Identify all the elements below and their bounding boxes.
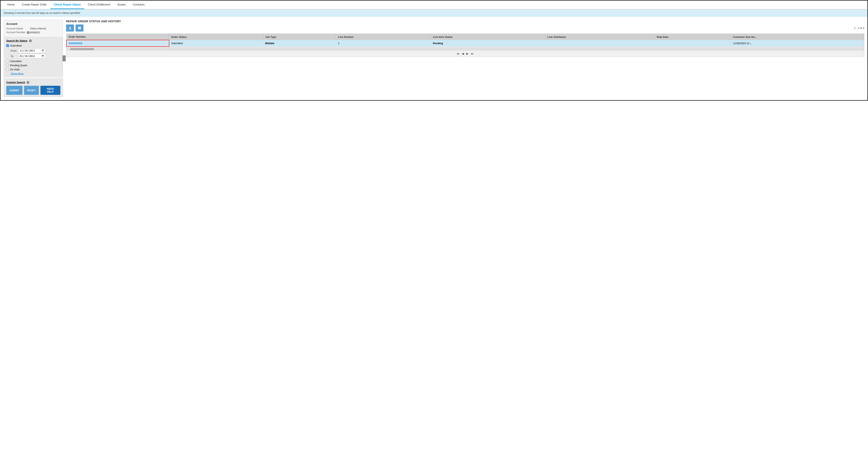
cancelled-label: Cancelled: [10, 60, 22, 63]
table-header-row: Order Number Order Status Job Type Line …: [66, 34, 864, 40]
cancelled-checkbox-row: Cancelled: [6, 60, 60, 63]
columns-icon: [78, 26, 81, 30]
cell-line-number: 1: [336, 40, 431, 46]
pagination-first-button[interactable]: ⏮: [457, 52, 460, 55]
search-status-info-icon[interactable]: i: [29, 39, 32, 42]
custom-search-info-icon[interactable]: i: [27, 81, 29, 84]
account-name-label: Account Name: [6, 27, 30, 30]
table-body: XXXXXXXX Submitted Billable 1 Pending 11…: [66, 40, 864, 46]
action-button-row: SUBMIT RESET NEED HELP: [6, 86, 60, 95]
section-title: REPAIR ORDER STATUS AND HISTORY: [66, 20, 121, 23]
svg-rect-3: [80, 27, 81, 29]
account-number-label: Account Number i: [6, 31, 30, 34]
pending-quote-checkbox[interactable]: [6, 64, 9, 67]
account-header: Account: [6, 22, 60, 26]
nav-tab-assets[interactable]: Assets: [114, 1, 129, 9]
pagination-last-button[interactable]: ⏭: [471, 52, 474, 55]
submitted-label: Submitted: [10, 44, 22, 47]
horizontal-scrollbar[interactable]: [66, 47, 864, 51]
account-name-row: Account Name Zebra Internal: [6, 27, 60, 30]
table-header: Order Number Order Status Job Type Line …: [66, 34, 864, 40]
col-line-substatus: Line SubStatus: [546, 34, 655, 40]
cancelled-checkbox[interactable]: [6, 60, 9, 63]
to-date-input[interactable]: [18, 54, 46, 59]
submit-button[interactable]: SUBMIT: [6, 86, 23, 95]
svg-rect-1: [78, 27, 79, 29]
left-panel: Account Account Name Zebra Internal Acco…: [4, 20, 63, 97]
submitted-checkbox[interactable]: [6, 44, 9, 47]
cell-ship-date: [655, 40, 731, 46]
search-by-status-section: Search By Status i Submitted From To: [4, 37, 63, 77]
info-banner: Showing 3 records from last 90 days as n…: [1, 9, 867, 17]
custom-search-section: Custom Search i SUBMIT RESET NEED HELP: [4, 79, 63, 97]
pagination-prev-button[interactable]: ◀: [462, 52, 464, 55]
pagination-next-button[interactable]: ▶: [466, 52, 468, 55]
reset-button[interactable]: RESET: [24, 86, 39, 95]
cell-line-item-status: Pending: [431, 40, 546, 46]
right-panel: REPAIR ORDER STATUS AND HISTORY: [66, 20, 864, 57]
col-line-item-status: Line Item Status: [431, 34, 546, 40]
on-hold-checkbox[interactable]: [6, 68, 9, 71]
nav-tab-check-entitlement[interactable]: Check Entitlement: [84, 1, 114, 9]
scroll-thumb: [70, 48, 94, 50]
from-date-row: From: [11, 48, 60, 53]
nav-tab-contracts[interactable]: Contracts: [129, 1, 148, 9]
nav-tab-create-repair-order[interactable]: Create Repair Order: [18, 1, 50, 9]
pending-quote-checkbox-row: Pending Quote: [6, 64, 60, 67]
to-label: To: [11, 55, 17, 58]
svg-rect-0: [69, 29, 71, 29]
col-ship-date: Ship Date: [655, 34, 731, 40]
account-name-value: Zebra Internal: [30, 27, 46, 30]
col-order-status: Order Status: [169, 34, 263, 40]
pagination: ⏮ ◀ ▶ ⏭: [66, 51, 864, 57]
col-line-number: Line Number: [336, 34, 431, 40]
custom-search-header: Custom Search i: [6, 81, 60, 84]
cell-order-status: Submitted: [169, 40, 263, 46]
table-row[interactable]: XXXXXXXX Submitted Billable 1 Pending 11…: [66, 40, 864, 46]
col-order-number: Order Number: [66, 34, 169, 40]
collapse-arrow[interactable]: ‹: [63, 55, 66, 61]
nav-tab-home[interactable]: Home: [4, 1, 18, 9]
repair-orders-table: Order Number Order Status Job Type Line …: [66, 34, 864, 47]
nav-tab-check-repair-status[interactable]: Check Repair Status: [50, 1, 84, 9]
record-count: 1 - 3 of 3: [854, 27, 864, 30]
to-date-row: To: [11, 54, 60, 59]
show-more-link[interactable]: Show More: [11, 72, 60, 75]
pending-quote-label: Pending Quote: [10, 64, 27, 67]
search-by-status-header: Search By Status i: [6, 39, 60, 42]
on-hold-checkbox-row: On Hold: [6, 68, 60, 71]
columns-button[interactable]: [75, 25, 84, 32]
download-icon: [68, 26, 72, 30]
account-number-info-icon[interactable]: i: [27, 31, 30, 34]
date-group: From To: [11, 48, 60, 59]
table-wrapper: Order Number Order Status Job Type Line …: [66, 34, 864, 47]
cell-job-type: Billable: [263, 40, 336, 46]
download-button[interactable]: [66, 25, 74, 32]
main-layout: Account Account Name Zebra Internal Acco…: [1, 17, 867, 100]
cell-order-number[interactable]: XXXXXXXX: [66, 40, 169, 46]
svg-rect-2: [79, 27, 80, 29]
cell-line-substatus: [546, 40, 655, 46]
account-number-row: Account Number i 6088923: [6, 31, 60, 34]
icon-buttons: [66, 25, 84, 32]
account-number-value: 6088923: [30, 31, 40, 34]
on-hold-label: On Hold: [10, 68, 20, 71]
cell-customer-due-date: 11/26/2023 11:...: [731, 40, 864, 46]
from-date-input[interactable]: [18, 48, 46, 53]
col-customer-due-date: Customer Due Da...: [731, 34, 864, 40]
need-help-button[interactable]: NEED HELP: [40, 86, 60, 95]
left-panel-wrapper: Account Account Name Zebra Internal Acco…: [4, 20, 63, 97]
from-label: From: [11, 49, 17, 52]
col-job-type: Job Type: [263, 34, 336, 40]
submitted-checkbox-row: Submitted: [6, 44, 60, 47]
account-section: Account Account Name Zebra Internal Acco…: [4, 20, 63, 37]
right-top-bar: 1 - 3 of 3: [66, 25, 864, 32]
info-banner-text: Showing 3 records from last 90 days as n…: [4, 11, 81, 14]
nav-bar: HomeCreate Repair OrderCheck Repair Stat…: [1, 1, 867, 9]
